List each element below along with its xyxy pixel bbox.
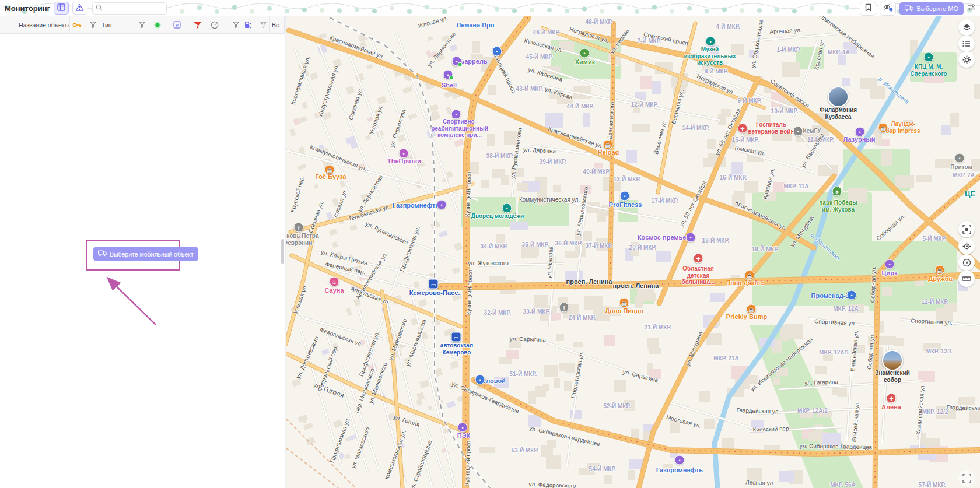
filter-icon[interactable] bbox=[90, 22, 96, 28]
poi-marker[interactable]: • bbox=[847, 290, 857, 300]
map-poi-label[interactable]: Папа Джонс bbox=[726, 279, 764, 287]
poi-marker[interactable]: ♣ bbox=[832, 187, 842, 196]
map-poi-label[interactable]: ЦЕ bbox=[965, 190, 975, 199]
filter-col-parking[interactable]: P bbox=[167, 16, 187, 33]
map-poi-label[interactable]: Алёна bbox=[881, 403, 901, 411]
map-poi-label[interactable]: Променад-3 bbox=[811, 292, 849, 300]
compass-button[interactable] bbox=[958, 254, 975, 271]
map-poi-label[interactable]: Лазурный bbox=[844, 136, 876, 143]
filter-icon[interactable] bbox=[139, 22, 145, 28]
poi-marker[interactable]: • bbox=[452, 110, 461, 120]
legend-button[interactable] bbox=[958, 36, 975, 52]
filter-col-signal[interactable] bbox=[187, 16, 208, 33]
poi-marker[interactable]: • bbox=[955, 153, 965, 163]
poi-marker[interactable]: ☕ bbox=[603, 140, 613, 150]
map-poi-label[interactable]: просп. Ленина bbox=[566, 278, 612, 286]
photo-marker[interactable] bbox=[882, 350, 903, 371]
map-poi-label[interactable]: парк Победы им. Жукова bbox=[819, 199, 857, 213]
map-poi-label[interactable]: Химик bbox=[575, 58, 596, 66]
filter-icon[interactable] bbox=[233, 22, 239, 28]
map-poi-label[interactable]: Дворец молодёжи bbox=[471, 213, 524, 220]
poi-marker[interactable]: • bbox=[458, 423, 468, 433]
poi-marker[interactable]: ▭ bbox=[429, 279, 439, 289]
poi-marker[interactable]: • bbox=[675, 455, 685, 465]
poi-marker[interactable]: ☕ bbox=[745, 271, 755, 280]
poi-marker[interactable]: • bbox=[443, 70, 453, 80]
map-poi-label[interactable]: просп. Ленина bbox=[613, 282, 659, 290]
poi-marker[interactable]: • bbox=[399, 149, 409, 159]
poi-marker[interactable]: ▭ bbox=[452, 332, 461, 342]
fullscreen-button[interactable] bbox=[958, 470, 975, 486]
map-poi-label[interactable]: Shell bbox=[442, 82, 457, 89]
map-poi-label[interactable]: Филармония Кузбасса bbox=[820, 107, 857, 120]
map-poi-label[interactable]: Reload bbox=[598, 149, 620, 156]
map-poi-label[interactable]: Цирк bbox=[881, 269, 897, 277]
poi-marker[interactable]: • bbox=[580, 48, 590, 58]
poi-marker[interactable]: • bbox=[706, 37, 716, 47]
table-view-button[interactable] bbox=[54, 2, 69, 15]
filter-col-speed[interactable] bbox=[208, 16, 242, 33]
fit-bounds-button[interactable] bbox=[958, 221, 975, 237]
poi-marker[interactable]: ☕ bbox=[325, 165, 335, 175]
poi-marker[interactable]: ♨ bbox=[330, 277, 340, 287]
map-poi-label[interactable]: ПЭК bbox=[457, 432, 470, 440]
map-poi-label[interactable]: Госпиталь ветеранов войн bbox=[748, 121, 794, 135]
bookmarks-button[interactable] bbox=[860, 2, 876, 16]
poi-marker[interactable]: ✚ bbox=[887, 394, 897, 403]
map-poi-label[interactable]: Газпромнефть bbox=[393, 202, 439, 209]
map-area[interactable]: Лемана ПроБаррельShellКрасноармейская ул… bbox=[286, 16, 980, 488]
poi-marker[interactable]: • bbox=[924, 52, 934, 62]
map-poi-label[interactable]: Космос премьер bbox=[638, 234, 690, 241]
poi-marker[interactable]: • bbox=[502, 203, 512, 213]
map-poi-label[interactable]: Prickly Bump bbox=[726, 313, 767, 321]
map-poi-label[interactable]: церковь Петра Февронии bbox=[286, 233, 319, 246]
map-poi-label[interactable]: КПЦ М. М. Сперанского bbox=[910, 64, 947, 77]
settings-sliders-icon[interactable] bbox=[967, 3, 977, 14]
measure-button[interactable] bbox=[958, 271, 975, 287]
map-poi-label[interactable]: Областная детская больница... bbox=[682, 265, 715, 286]
map-poi-label[interactable]: Притом bbox=[950, 164, 972, 171]
filter-icon[interactable] bbox=[260, 22, 267, 28]
panel-scrollbar[interactable] bbox=[281, 239, 284, 264]
filter-col-status[interactable] bbox=[148, 16, 167, 33]
map-poi-label[interactable]: Додо Пицца bbox=[605, 307, 643, 315]
map-poi-label[interactable]: Баррель bbox=[460, 58, 487, 65]
poi-marker[interactable]: • bbox=[885, 259, 895, 269]
map-poi-label[interactable]: ProFitness bbox=[609, 201, 642, 209]
poi-marker[interactable]: ☕ bbox=[935, 265, 945, 275]
select-mobile-object-button[interactable]: Выберите мобильный объект bbox=[93, 247, 198, 261]
map-poi-label[interactable]: Газпромнефть bbox=[656, 466, 703, 474]
poi-marker[interactable]: • bbox=[437, 200, 447, 210]
map-poi-label[interactable]: Кемерово-Пасс. bbox=[410, 289, 460, 297]
poi-marker[interactable]: ☕ bbox=[747, 304, 757, 314]
map-poi-label[interactable]: автовокзал Кемерово bbox=[440, 342, 473, 356]
map-poi-label[interactable]: Лемана Про bbox=[457, 22, 495, 29]
poi-marker[interactable]: ✚ bbox=[738, 124, 748, 134]
map-poi-label[interactable]: Знаменский собор bbox=[875, 370, 910, 383]
poi-marker[interactable]: • bbox=[492, 47, 502, 57]
poi-marker[interactable]: • bbox=[855, 127, 865, 137]
map-poi-label[interactable]: Сауна bbox=[324, 287, 344, 294]
locate-button[interactable] bbox=[958, 238, 975, 254]
filter-col-fuel[interactable] bbox=[242, 16, 270, 33]
poi-marker[interactable]: • bbox=[452, 57, 462, 66]
map-poi-label[interactable]: TheПрятки bbox=[387, 157, 421, 165]
search-input[interactable] bbox=[103, 4, 158, 12]
poi-marker[interactable]: ☕ bbox=[620, 298, 629, 308]
filter-col-time[interactable]: Вс bbox=[270, 16, 285, 33]
map-poi-label[interactable]: Лаундж- бар Impress bbox=[886, 121, 921, 134]
hide-objects-button[interactable] bbox=[880, 2, 896, 16]
alerts-button[interactable] bbox=[72, 2, 88, 15]
select-mo-button[interactable]: Выберите МО bbox=[900, 2, 964, 15]
map-poi-label[interactable]: Музей изобразительных искусств bbox=[684, 46, 736, 66]
map-poi-label[interactable]: Спортивно- реабилитационный комплекс при… bbox=[431, 118, 488, 139]
layers-button[interactable] bbox=[958, 19, 975, 36]
filter-col-ignition[interactable] bbox=[70, 16, 99, 33]
poi-marker[interactable]: ✚ bbox=[694, 254, 704, 264]
poi-marker[interactable]: ☕ bbox=[878, 123, 888, 133]
poi-marker[interactable]: • bbox=[686, 233, 696, 243]
map-poi-label[interactable]: Дружба bbox=[928, 275, 952, 283]
map-settings-button[interactable] bbox=[958, 51, 975, 68]
filter-col-type[interactable]: Тип bbox=[99, 16, 148, 33]
poi-marker[interactable]: • bbox=[620, 191, 630, 201]
